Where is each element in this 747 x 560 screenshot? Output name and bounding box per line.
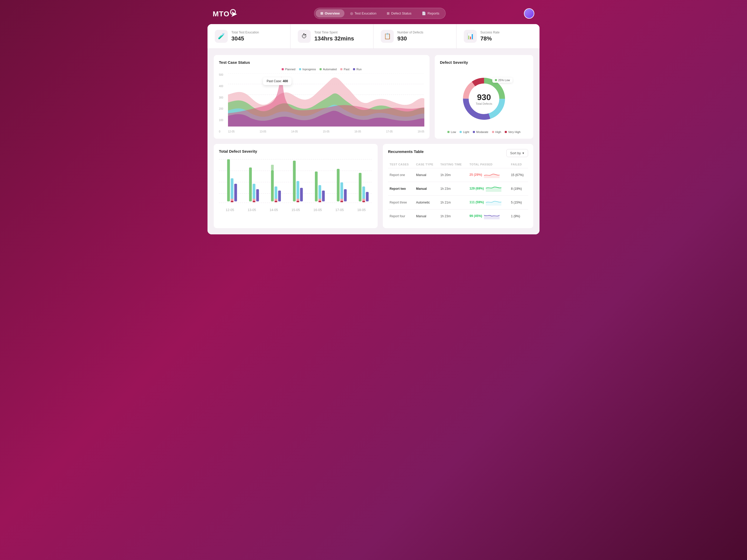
cell-name: Report two [388, 182, 414, 196]
nav-test-execution[interactable]: ◎ Test Exucation [345, 9, 381, 17]
donut-container: 930 Total Defects 25% Low Low [440, 68, 528, 134]
dl-moderate: Modarate [473, 130, 488, 134]
charts-row-top: Test Case Status Planned Inprogress Auto… [214, 55, 533, 139]
area-chart-svg [228, 73, 424, 127]
svg-text:13-05: 13-05 [248, 208, 256, 212]
svg-rect-29 [271, 165, 274, 170]
bar-chart: 12-05 13-05 14-05 15-05 16-05 17-05 18-0… [219, 157, 372, 214]
nav: ⊞ Overview ◎ Test Exucation ⊠ Defect Sta… [314, 8, 446, 19]
tooltip-dot [495, 79, 497, 81]
requirements-table-card: Recurements Table Sort by ▾ TEST CASES C… [383, 144, 533, 228]
table-body: Report one Manual 1h 20m 25 (29%) 15 (67… [388, 168, 528, 223]
y-axis: 500 400 300 200 100 0 [219, 73, 228, 133]
svg-rect-42 [318, 201, 321, 202]
cell-passed: 111 (59%) [468, 196, 509, 210]
svg-rect-50 [366, 192, 369, 202]
legend-planned: Planned [282, 68, 295, 71]
cell-type: Manual [414, 210, 439, 223]
test-case-status-card: Test Case Status Planned Inprogress Auto… [214, 55, 430, 139]
content-area: Test Case Status Planned Inprogress Auto… [207, 49, 540, 234]
cell-passed: 129 (69%) [468, 182, 509, 196]
main-card: 🧪 Total Test Exucation 3045 ⏱ Total Time… [207, 24, 540, 234]
x-axis: 12-05 13-05 14-05 15-05 16-05 17-05 18-0… [228, 130, 424, 133]
svg-rect-30 [278, 191, 281, 202]
stat-value-3: 78% [480, 35, 499, 42]
stats-row: 🧪 Total Test Exucation 3045 ⏱ Total Time… [207, 24, 540, 49]
defect-status-icon: ⊠ [387, 11, 390, 15]
legend-past: Past [340, 68, 350, 71]
svg-text:18-05: 18-05 [357, 208, 366, 212]
donut-center: 930 Total Defects [476, 92, 492, 105]
svg-rect-24 [256, 189, 259, 202]
svg-area [228, 73, 424, 127]
cell-time: 1h 21m [439, 196, 468, 210]
col-failed: FAILED [509, 161, 528, 168]
stat-label-0: Total Test Exucation [231, 31, 259, 34]
cell-time: 1h 23m [439, 182, 468, 196]
test-execution-icon: ◎ [350, 11, 353, 15]
table-title: Recurements Table [388, 149, 423, 154]
svg-text:16-05: 16-05 [313, 208, 321, 212]
stat-label-3: Success Rate [480, 31, 499, 34]
svg-rect-47 [340, 201, 343, 202]
run-dot [353, 68, 355, 70]
svg-rect-37 [297, 201, 299, 202]
table-header-row: Recurements Table Sort by ▾ [388, 149, 528, 157]
sort-button[interactable]: Sort by ▾ [506, 149, 528, 157]
cell-failed: 1 (9%) [509, 210, 528, 223]
stat-total-test: 🧪 Total Test Exucation 3045 [207, 24, 290, 49]
test-case-legend: Planned Inprogress Automated Past [219, 68, 424, 71]
svg-text:14-05: 14-05 [269, 208, 278, 212]
dl-veryhigh: Very High [505, 130, 520, 134]
defects-icon: 📋 [381, 30, 394, 43]
svg-text:15-05: 15-05 [291, 208, 300, 212]
stat-defects: 📋 Number of Defects 930 [374, 24, 457, 49]
stat-value-1: 134hrs 32mins [314, 35, 354, 42]
chevron-down-icon: ▾ [522, 151, 524, 155]
cell-time: 1h 20m [439, 168, 468, 182]
success-icon: 📊 [464, 30, 477, 43]
svg-rect-43 [337, 169, 340, 202]
col-test-cases: TEST CASES [388, 161, 414, 168]
cell-failed: 8 (19%) [509, 182, 528, 196]
cell-failed: 15 (67%) [509, 168, 528, 182]
cell-passed: 25 (29%) [468, 168, 509, 182]
nav-overview[interactable]: ⊞ Overview [316, 9, 344, 17]
cell-time: 1h 23m [439, 210, 468, 223]
cell-type: Manual [414, 168, 439, 182]
donut-label: Total Defects [476, 102, 492, 105]
dl-high: High [492, 130, 501, 134]
svg-rect-48 [359, 173, 362, 202]
planned-dot [282, 68, 284, 70]
cell-failed: 5 (15%) [509, 196, 528, 210]
stat-label-2: Number of Defects [397, 31, 423, 34]
cell-type: Autometic [414, 196, 439, 210]
cell-passed: 99 (45%) [468, 210, 509, 223]
header: MTO➤ ⊞ Overview ◎ Test Exucation ⊠ Defec… [207, 5, 540, 24]
automated-dot [319, 68, 321, 70]
reports-icon: 📄 [422, 11, 426, 15]
avatar[interactable] [524, 8, 534, 19]
svg-rect-38 [315, 171, 318, 202]
svg-rect-27 [271, 170, 274, 201]
inprogress-dot [299, 68, 301, 70]
svg-rect-35 [300, 188, 303, 201]
svg-rect-21 [231, 201, 233, 202]
nav-reports[interactable]: 📄 Reports [417, 9, 444, 17]
legend-inprogress: Inprogress [299, 68, 316, 71]
svg-rect-40 [322, 191, 325, 202]
svg-rect-19 [234, 184, 237, 202]
area-chart: Past Case: 400 500 400 300 200 100 0 [219, 73, 424, 133]
requirements-table: TEST CASES CASE TYPE TASTING TIME TOTAL … [388, 161, 528, 223]
svg-rect-32 [275, 201, 278, 202]
overview-icon: ⊞ [320, 11, 323, 15]
nav-defect-status[interactable]: ⊠ Defect Status [382, 9, 416, 17]
table-row: Report three Autometic 1h 21m 111 (59%) … [388, 196, 528, 210]
svg-rect-44 [340, 183, 343, 202]
defect-severity-title: Defect Severity [440, 60, 528, 64]
svg-rect-22 [249, 167, 252, 202]
bar-chart-svg: 12-05 13-05 14-05 15-05 16-05 17-05 18-0… [219, 157, 372, 214]
dl-light: Light [460, 130, 469, 134]
col-testing-time: TASTING TIME [439, 161, 468, 168]
svg-rect-18 [231, 178, 233, 202]
